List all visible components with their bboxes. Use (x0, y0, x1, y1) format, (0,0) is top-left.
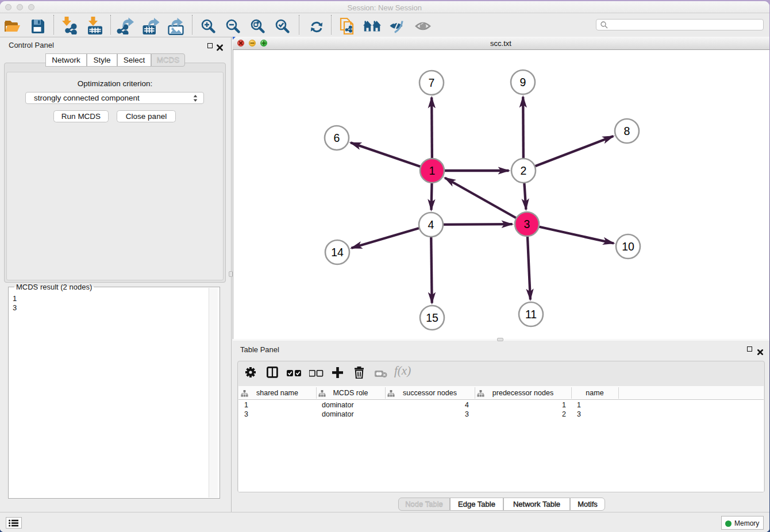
svg-text:9: 9 (519, 76, 526, 88)
svg-text:1: 1 (429, 164, 435, 177)
svg-text:11: 11 (525, 308, 536, 321)
svg-text:2: 2 (520, 164, 526, 177)
svg-text:3: 3 (523, 218, 530, 230)
svg-text:15: 15 (426, 311, 438, 324)
svg-text:7: 7 (428, 76, 434, 89)
svg-text:6: 6 (333, 132, 340, 144)
svg-text:8: 8 (623, 125, 630, 137)
svg-text:4: 4 (428, 218, 434, 231)
svg-text:14: 14 (331, 246, 344, 259)
svg-text:10: 10 (622, 240, 634, 253)
